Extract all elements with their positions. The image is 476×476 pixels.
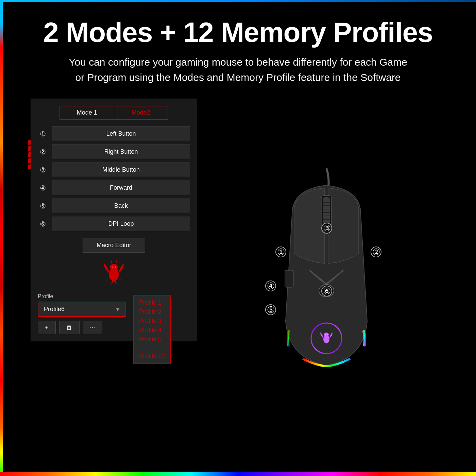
svg-point-17 <box>324 333 329 337</box>
subtitle: You can configure your gaming mouse to b… <box>20 54 456 85</box>
button-row-5: ⑤ Back <box>38 199 190 213</box>
mouse-label-6: ⑥ <box>321 286 332 296</box>
profile-item-12[interactable]: Profile 12 <box>139 352 165 361</box>
mode2-tab[interactable]: Mode2 <box>114 106 168 119</box>
mouse-area: ① ② ③ ④ ⑤ ⑥ <box>197 99 456 476</box>
mode1-tab[interactable]: Mode 1 <box>60 106 114 119</box>
svg-point-18 <box>325 334 326 335</box>
profile-item-1[interactable]: Profile 1 <box>139 298 165 307</box>
button-label-6[interactable]: DPI Loop <box>52 217 190 231</box>
mouse-label-1: ① <box>275 247 286 257</box>
dragon-logo <box>38 259 190 287</box>
button-label-1[interactable]: Left Button <box>52 126 190 141</box>
bottom-rgb-strip <box>0 472 476 476</box>
button-row-3: ③ Middle Button <box>38 163 190 177</box>
profile-dropdown-row: Profile6 ▼ Profile 1 Profile 2 Profile 3… <box>38 302 190 317</box>
svg-point-19 <box>327 334 328 335</box>
button-row-2: ② Right Button <box>38 144 190 159</box>
svg-point-3 <box>115 267 116 268</box>
profile-dots: ⋮ <box>139 344 165 352</box>
button-num-1: ① <box>38 130 48 138</box>
button-num-4: ④ <box>38 184 48 192</box>
profile-section: Profile Profile6 ▼ Profile 1 Profile 2 P… <box>38 293 190 334</box>
profile-item-3[interactable]: Profile 3 <box>139 317 165 326</box>
button-label-5[interactable]: Back <box>52 199 190 213</box>
button-row-4: ④ Forward <box>38 181 190 195</box>
header-section: 2 Modes + 12 Memory Profiles You can con… <box>0 0 476 92</box>
add-profile-button[interactable]: + <box>38 321 56 334</box>
button-num-6: ⑥ <box>38 220 48 228</box>
button-row-6: ⑥ DPI Loop <box>38 217 190 231</box>
delete-profile-button[interactable]: 🗑 <box>59 321 80 334</box>
mode-tabs: Mode 1 Mode2 <box>38 106 190 120</box>
svg-point-2 <box>112 267 113 268</box>
profile-current-value: Profile6 <box>44 306 65 313</box>
mouse-label-5: ⑤ <box>265 304 276 315</box>
profile-popup: Profile 1 Profile 2 Profile 3 Profile 4 … <box>133 295 171 364</box>
mouse-visual-container: ① ② ③ ④ ⑤ ⑥ <box>255 168 398 406</box>
button-label-4[interactable]: Forward <box>52 181 190 195</box>
button-num-3: ③ <box>38 166 48 174</box>
macro-editor-button[interactable]: Macro Editor <box>83 238 145 253</box>
software-panel: Mode 1 Mode2 ① Left Button ② Right Butto… <box>20 99 197 476</box>
mouse-svg <box>255 168 398 400</box>
button-label-3[interactable]: Middle Button <box>52 163 190 177</box>
ui-box: Mode 1 Mode2 ① Left Button ② Right Butto… <box>31 99 197 341</box>
mouse-label-3: ③ <box>321 223 332 234</box>
more-options-button[interactable]: ··· <box>83 321 102 334</box>
button-label-2[interactable]: Right Button <box>52 144 190 159</box>
mouse-label-2: ② <box>371 247 381 257</box>
button-row-1: ① Left Button <box>38 126 190 141</box>
macro-editor-section: Macro Editor <box>38 238 190 253</box>
mode-tabs-container: Mode 1 Mode2 <box>60 106 168 120</box>
content-area: Mode 1 Mode2 ① Left Button ② Right Butto… <box>0 92 476 476</box>
svg-rect-12 <box>285 270 293 287</box>
main-title: 2 Modes + 12 Memory Profiles <box>20 17 456 48</box>
profile-item-5[interactable]: Profile 5 <box>139 335 165 344</box>
profile-item-4[interactable]: Profile 4 <box>139 326 165 335</box>
button-num-2: ② <box>38 148 48 156</box>
top-rgb-line <box>3 0 476 2</box>
svg-point-1 <box>110 264 118 270</box>
dragon-icon <box>100 259 128 287</box>
dropdown-arrow-icon: ▼ <box>115 307 120 312</box>
profile-dropdown[interactable]: Profile6 ▼ <box>38 302 126 317</box>
button-num-5: ⑤ <box>38 202 48 210</box>
mouse-label-4: ④ <box>265 280 276 291</box>
page-container: 2 Modes + 12 Memory Profiles You can con… <box>0 0 476 476</box>
button-list: ① Left Button ② Right Button ③ Middle Bu… <box>38 126 190 231</box>
profile-item-2[interactable]: Profile 2 <box>139 307 165 317</box>
svg-rect-5 <box>323 197 330 224</box>
subtitle-line1: You can configure your gaming mouse to b… <box>69 56 407 68</box>
subtitle-line2: or Program using the Modes and Memory Pr… <box>75 72 401 83</box>
